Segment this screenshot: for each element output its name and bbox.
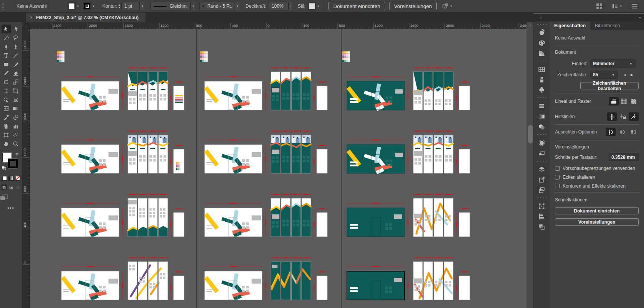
artboard-panels-photo-white[interactable]: [128, 135, 168, 174]
fill-color-swatch[interactable]: [68, 2, 76, 10]
artboard-swatch-palette[interactable]: [342, 51, 350, 62]
tool-free-transform[interactable]: [11, 86, 21, 95]
artboard-select[interactable]: 85▾: [590, 71, 618, 79]
artboard-panels-teal-bottom[interactable]: [271, 198, 311, 237]
toggle-transparency-grid-icon[interactable]: [629, 97, 639, 105]
document-tab[interactable]: × FBM22_Step_2.ai* @ 7.02 % (CMYK/Vorsch…: [26, 13, 145, 22]
keyboard-increment-input[interactable]: 0.3528 mm: [609, 153, 639, 161]
gradient-fill-button[interactable]: [8, 176, 14, 181]
artboard-teal-plain[interactable]: [347, 208, 405, 237]
artboard-narrow-stripes[interactable]: [173, 86, 184, 110]
artboard-swatch-palette[interactable]: [57, 51, 64, 62]
artboard-narrow-blank[interactable]: [459, 212, 470, 237]
artboard-star-white[interactable]: [204, 208, 262, 237]
tool-width[interactable]: [2, 86, 11, 95]
tool-symbol-sprayer[interactable]: [2, 122, 11, 130]
tool-hand[interactable]: [2, 139, 11, 148]
panel-swatches-icon[interactable]: [534, 64, 550, 74]
artboard-narrow-blank[interactable]: [459, 86, 470, 110]
checkbox-icon[interactable]: [555, 166, 560, 171]
stroke-profile-chevron-icon[interactable]: ▾: [191, 2, 195, 10]
snap-to-pixel-icon[interactable]: [629, 128, 639, 136]
artboard-panels-ribbon-diag[interactable]: [128, 261, 168, 300]
artboard-star-white[interactable]: [61, 271, 119, 301]
fill-chevron-icon[interactable]: ▾: [76, 4, 80, 8]
document-setup-button[interactable]: Dokument einrichten: [328, 2, 385, 10]
panel-transparency-icon[interactable]: [534, 122, 550, 132]
panel-stroke-icon[interactable]: [534, 101, 550, 111]
artboard-star-white[interactable]: [204, 271, 262, 301]
artboard-panels-ribbons[interactable]: [413, 198, 453, 237]
panel-transform-icon[interactable]: [534, 201, 550, 211]
panel-layers-icon[interactable]: [534, 164, 550, 175]
artboard-star-teal[interactable]: [347, 81, 405, 111]
tab-bibliotheken[interactable]: Bibliotheken: [590, 21, 624, 30]
tool-shaper[interactable]: [2, 69, 11, 77]
vertical-scrollbar[interactable]: ⌃: [527, 22, 533, 308]
artboard-panels-teal-chart[interactable]: [271, 261, 311, 300]
tool-column-graph[interactable]: [11, 122, 21, 130]
preferences-button[interactable]: Voreinstellungen: [389, 2, 437, 10]
tool-rectangle[interactable]: [2, 60, 11, 69]
stroke-profile-box[interactable]: Gleichm.: [150, 2, 191, 10]
canvas-area[interactable]: [30, 29, 527, 308]
stroke-weight-label[interactable]: Kontur:: [102, 3, 117, 9]
swap-fill-stroke-icon[interactable]: ⇄: [15, 152, 18, 156]
snap-to-grid-icon[interactable]: [617, 128, 627, 136]
tool-line-segment[interactable]: [11, 51, 21, 60]
tool-shape-builder[interactable]: [2, 95, 11, 104]
checkbox-icon[interactable]: [555, 175, 560, 180]
artboard-narrow-blank[interactable]: [173, 276, 184, 300]
tool-artboard[interactable]: [2, 130, 11, 139]
panel-align-icon[interactable]: [534, 211, 550, 222]
style-swatch[interactable]: [308, 2, 316, 10]
opacity-label[interactable]: Deckkraft:: [246, 3, 266, 9]
panel-appearance-icon[interactable]: [534, 138, 550, 148]
tool-type[interactable]: [2, 51, 11, 60]
tool-eyedropper[interactable]: [2, 113, 11, 122]
artboard-teal-plain[interactable]: [347, 271, 405, 300]
artwork-canvas[interactable]: [30, 29, 527, 308]
style-label[interactable]: Stil:: [298, 3, 305, 9]
stroke-chevron-icon[interactable]: ▾: [91, 4, 96, 8]
horizontal-ruler[interactable]: 2400200016001200800400040080012001600200…: [30, 22, 527, 29]
checkbox-scale-corners[interactable]: Ecken skalieren: [555, 175, 639, 180]
collapse-dock-icon[interactable]: «: [540, 15, 542, 20]
scrollbar-thumb[interactable]: [528, 125, 533, 143]
artboard-narrow-blank[interactable]: [173, 212, 184, 237]
smart-guides-icon[interactable]: [629, 112, 639, 121]
stroke-proxy[interactable]: [8, 159, 18, 168]
default-fill-stroke-icon[interactable]: [2, 166, 6, 170]
vertical-ruler[interactable]: 24002000160012008004000: [22, 29, 30, 308]
options-bar-grip[interactable]: [2, 3, 4, 10]
artboard-narrow-blank[interactable]: [459, 276, 470, 300]
artboard-star-teal[interactable]: [347, 145, 405, 174]
draw-behind-mode-button[interactable]: [8, 184, 14, 190]
tool-paintbrush[interactable]: [11, 60, 21, 69]
scroll-up-icon[interactable]: ⌃: [527, 25, 534, 28]
workspace-grid-icon[interactable]: [596, 3, 603, 10]
panel-asset-export-icon[interactable]: [534, 175, 550, 185]
snap-to-point-icon[interactable]: [606, 128, 616, 136]
artboard-star-white[interactable]: [61, 208, 119, 237]
panel-pathfinder-icon[interactable]: [534, 222, 550, 232]
ruler-origin-corner[interactable]: [22, 22, 30, 29]
edit-artboards-button[interactable]: Zeichenflächen bearbeiten: [580, 82, 639, 89]
tool-scale[interactable]: [11, 77, 21, 86]
checkbox-scale-strokes[interactable]: Konturen und Effekte skalieren: [555, 183, 639, 189]
tool-direct-selection[interactable]: [11, 25, 21, 33]
tab-eigenschaften[interactable]: Eigenschaften: [550, 21, 590, 30]
artboard-panels-photo-white[interactable]: [413, 135, 453, 174]
panel-graphic-styles-icon[interactable]: [534, 148, 550, 158]
tool-blend[interactable]: [11, 113, 21, 122]
artboard-narrow-palette[interactable]: [173, 149, 184, 173]
artboard-swatch-palette[interactable]: [200, 51, 208, 62]
menu-list-icon[interactable]: [631, 3, 638, 9]
artboard-panels-teal-strip[interactable]: [128, 198, 168, 237]
stroke-weight-chevron-icon[interactable]: ▾: [140, 2, 144, 10]
draw-inside-mode-button[interactable]: [15, 184, 21, 190]
toggle-guides-icon[interactable]: [607, 112, 617, 121]
opacity-expand-icon[interactable]: ›: [289, 2, 292, 10]
artboard-star-white[interactable]: [204, 81, 262, 111]
brush-definition-box[interactable]: ● Rund - 5 Pt.: [199, 2, 235, 10]
